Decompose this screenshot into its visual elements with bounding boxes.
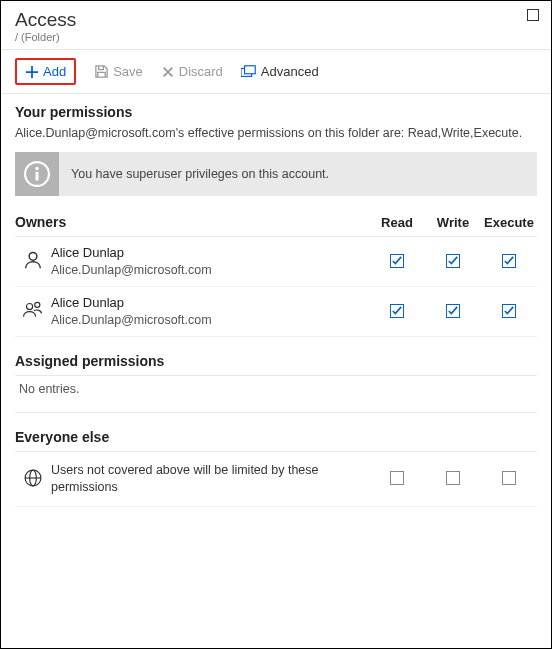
- permissions-description: Alice.Dunlap@microsoft.com's effective p…: [15, 126, 537, 140]
- svg-point-3: [35, 167, 38, 170]
- everyone-label: Users not covered above will be limited …: [51, 462, 369, 496]
- plus-icon: [25, 65, 39, 79]
- everyone-write-checkbox[interactable]: [446, 471, 460, 485]
- assigned-empty: No entries.: [15, 376, 537, 410]
- banner-message: You have superuser privileges on this ac…: [59, 167, 341, 181]
- info-icon: [15, 152, 59, 196]
- table-row: Alice Dunlap Alice.Dunlap@microsoft.com: [15, 287, 537, 337]
- owners-heading: Owners: [15, 210, 369, 237]
- your-permissions-heading: Your permissions: [15, 104, 537, 120]
- svg-point-7: [35, 302, 40, 307]
- add-label: Add: [43, 64, 66, 79]
- execute-checkbox[interactable]: [502, 254, 516, 268]
- col-write: Write: [425, 210, 481, 237]
- save-label: Save: [113, 64, 143, 79]
- advanced-button[interactable]: Advanced: [241, 64, 319, 79]
- everyone-row: Users not covered above will be limited …: [15, 452, 537, 507]
- panel-header: Access / (Folder): [1, 1, 551, 50]
- svg-rect-1: [244, 65, 255, 73]
- owners-table: Owners Read Write Execute Alice Dunlap A…: [15, 210, 537, 337]
- save-icon: [94, 64, 109, 79]
- everyone-execute-checkbox[interactable]: [502, 471, 516, 485]
- owner-name: Alice Dunlap: [51, 295, 369, 312]
- panel-subtitle: / (Folder): [15, 31, 537, 43]
- toolbar: Add Save Discard Advanced: [1, 50, 551, 94]
- svg-point-6: [26, 304, 32, 310]
- svg-rect-4: [35, 172, 38, 181]
- group-icon: [21, 300, 45, 320]
- col-execute: Execute: [481, 210, 537, 237]
- advanced-label: Advanced: [261, 64, 319, 79]
- col-read: Read: [369, 210, 425, 237]
- owner-email: Alice.Dunlap@microsoft.com: [51, 262, 369, 278]
- discard-button[interactable]: Discard: [161, 64, 223, 79]
- execute-checkbox[interactable]: [502, 304, 516, 318]
- write-checkbox[interactable]: [446, 304, 460, 318]
- table-row: Alice Dunlap Alice.Dunlap@microsoft.com: [15, 237, 537, 287]
- superuser-banner: You have superuser privileges on this ac…: [15, 152, 537, 196]
- read-checkbox[interactable]: [390, 304, 404, 318]
- globe-icon: [23, 468, 43, 488]
- read-checkbox[interactable]: [390, 254, 404, 268]
- advanced-icon: [241, 65, 257, 79]
- everyone-heading: Everyone else: [15, 413, 537, 452]
- everyone-read-checkbox[interactable]: [390, 471, 404, 485]
- add-button[interactable]: Add: [15, 58, 76, 85]
- write-checkbox[interactable]: [446, 254, 460, 268]
- access-panel: Access / (Folder) Add Save Discard Advan…: [0, 0, 552, 649]
- owner-email: Alice.Dunlap@microsoft.com: [51, 312, 369, 328]
- owner-name: Alice Dunlap: [51, 245, 369, 262]
- your-permissions-section: Your permissions Alice.Dunlap@microsoft.…: [1, 94, 551, 511]
- user-icon: [22, 249, 44, 271]
- panel-title: Access: [15, 9, 537, 31]
- save-button[interactable]: Save: [94, 64, 143, 79]
- pin-checkbox[interactable]: [527, 9, 539, 21]
- assigned-heading: Assigned permissions: [15, 337, 537, 376]
- svg-point-5: [29, 253, 37, 261]
- discard-label: Discard: [179, 64, 223, 79]
- discard-icon: [161, 65, 175, 79]
